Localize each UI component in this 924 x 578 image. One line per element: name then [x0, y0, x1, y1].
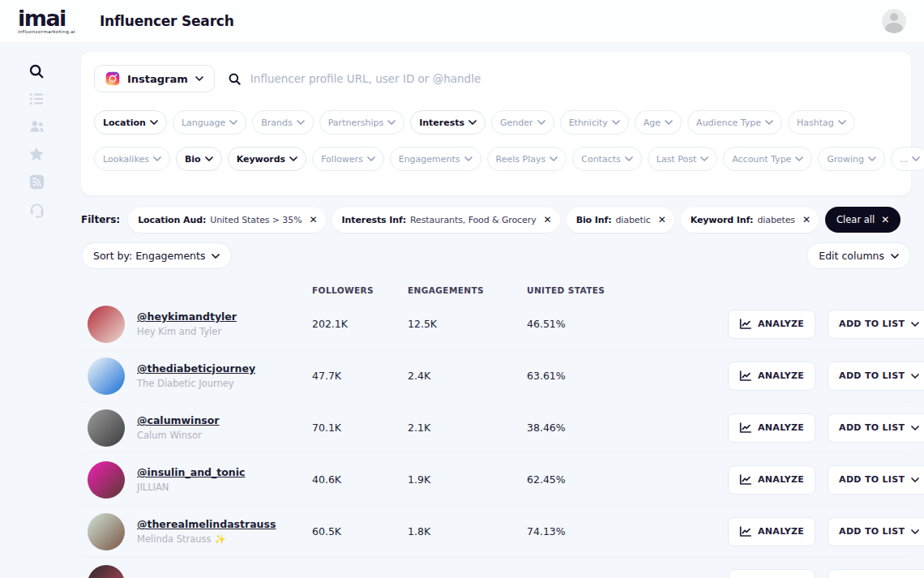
followers-value: 47.7K — [312, 370, 408, 382]
filter-pill-label: Partnerships — [328, 118, 383, 128]
filter-pill-label: Contacts — [581, 154, 621, 165]
instagram-icon — [105, 71, 120, 86]
list-icon — [28, 91, 45, 107]
filter-pill-location[interactable]: Location — [94, 110, 167, 135]
remove-filter-icon[interactable]: ✕ — [542, 214, 554, 225]
filter-pill-reels-plays[interactable]: Reels Plays — [487, 147, 567, 171]
avatar[interactable] — [88, 358, 125, 395]
add-to-list-button[interactable]: ADD TO LIST — [828, 362, 924, 391]
analyze-button[interactable]: ANALYZE — [728, 465, 815, 495]
filter-pill-label: Audience Type — [696, 118, 761, 128]
add-to-list-button[interactable]: ADD TO LIST — [828, 465, 924, 495]
remove-filter-icon[interactable]: ✕ — [308, 214, 319, 225]
filter-pill-label: Last Post — [657, 154, 696, 165]
filter-pill-growing[interactable]: Growing — [818, 147, 885, 171]
filter-pill-label: Brands — [261, 118, 293, 128]
filter-pill-label: Keywords — [237, 154, 286, 165]
filter-pill-hashtag[interactable]: Hashtag — [788, 110, 855, 135]
filter-pill-engagements[interactable]: Engagements — [390, 147, 481, 171]
filter-pill-contacts[interactable]: Contacts — [572, 147, 642, 171]
filter-pill-partnerships[interactable]: Partnerships — [319, 110, 404, 135]
chip-name: Interests Inf: — [342, 215, 406, 225]
analyze-button[interactable]: ANALYZE — [728, 362, 815, 391]
filter-pill-brands[interactable]: Brands — [252, 110, 314, 135]
united-states-value: 63.61% — [527, 370, 728, 382]
avatar[interactable] — [88, 306, 125, 343]
remove-filter-icon[interactable]: ✕ — [801, 214, 812, 225]
filter-pill-label: Hashtag — [797, 118, 834, 128]
influencer-name: The Diabetic Journey — [137, 378, 255, 389]
add-to-list-button[interactable]: ADD TO LIST — [828, 517, 924, 546]
profile-text: @heykimandtyler Hey Kim and Tyler — [137, 310, 237, 337]
filter-pill-audience-type[interactable]: Audience Type — [687, 110, 782, 135]
results-toolbar: Sort by: Engagements Edit columns — [81, 242, 911, 269]
analyze-button[interactable]: ANALYZE — [728, 569, 815, 578]
chip-value: diabetes — [757, 215, 795, 225]
sidebar-item-search[interactable] — [23, 63, 50, 79]
sidebar-item-support[interactable] — [23, 201, 50, 217]
influencer-handle[interactable]: @heykimandtyler — [137, 310, 237, 323]
sidebar-item-favorites[interactable] — [23, 146, 50, 162]
sort-by-select[interactable]: Sort by: Engagements — [81, 242, 232, 269]
analyze-button[interactable]: ANALYZE — [728, 310, 815, 339]
actions-cell: ANALYZE ADD TO LIST — [728, 362, 924, 391]
followers-value: 40.6K — [312, 473, 408, 486]
filter-pill-keywords[interactable]: Keywords — [228, 147, 307, 171]
influencer-handle[interactable]: @therealmelindastrauss — [137, 518, 276, 530]
add-to-list-button[interactable]: ADD TO LIST — [828, 413, 924, 443]
engagements-value: 1.8K — [408, 525, 527, 537]
filter-pill-more[interactable]: ... — [891, 147, 924, 171]
analyze-button[interactable]: ANALYZE — [728, 413, 815, 443]
filter-pill-label: Bio — [185, 154, 201, 165]
platform-select[interactable]: Instagram — [94, 65, 215, 92]
influencer-name: Melinda Strauss ✨ — [137, 533, 276, 545]
filter-pill-age[interactable]: Age — [635, 110, 682, 135]
filter-pill-lookalikes[interactable]: Lookalikes — [94, 147, 170, 171]
influencer-handle[interactable]: @thediabeticjourney — [137, 362, 255, 375]
analyze-label: ANALYZE — [758, 422, 804, 433]
influencer-row: ANALYZE ADD TO LIST — [81, 558, 911, 578]
sidebar-item-lists[interactable] — [23, 91, 50, 107]
filter-pill-last-post[interactable]: Last Post — [648, 147, 717, 171]
filter-pill-label: Interests — [419, 118, 464, 128]
influencer-handle[interactable]: @insulin_and_tonic — [137, 466, 245, 478]
add-to-list-label: ADD TO LIST — [839, 474, 905, 485]
sidebar-item-community[interactable] — [23, 118, 50, 135]
search-input[interactable] — [250, 72, 898, 85]
filter-pill-bio[interactable]: Bio — [176, 147, 222, 171]
analyze-button[interactable]: ANALYZE — [728, 517, 815, 546]
influencer-handle[interactable]: @calumwinsor — [137, 414, 219, 426]
followers-value: 60.5K — [312, 525, 408, 537]
analyze-label: ANALYZE — [758, 370, 804, 381]
headset-icon — [28, 201, 45, 218]
add-to-list-button[interactable]: ADD TO LIST — [828, 310, 924, 339]
filter-pill-followers[interactable]: Followers — [312, 147, 384, 171]
filter-pill-language[interactable]: Language — [173, 110, 246, 135]
clear-all-button[interactable]: Clear all ✕ — [825, 207, 900, 233]
user-avatar[interactable] — [882, 9, 906, 33]
chart-line-icon — [739, 319, 751, 330]
chevron-down-icon — [229, 120, 237, 125]
edit-columns-select[interactable]: Edit columns — [806, 242, 911, 269]
chevron-down-icon — [195, 76, 203, 81]
avatar[interactable] — [88, 565, 125, 578]
filter-pill-ethnicity[interactable]: Ethnicity — [560, 110, 629, 135]
avatar[interactable] — [88, 461, 125, 499]
chart-line-icon — [739, 474, 751, 486]
actions-cell: ANALYZE ADD TO LIST — [728, 413, 924, 443]
sidebar-item-feed[interactable] — [23, 173, 50, 190]
imai-logo[interactable]: imai influencermarketing.ai — [18, 7, 75, 35]
filter-row-2: LookalikesBioKeywordsFollowersEngagement… — [94, 147, 898, 171]
avatar[interactable] — [88, 409, 125, 447]
filter-pill-gender[interactable]: Gender — [491, 110, 554, 135]
remove-filter-icon[interactable]: ✕ — [657, 214, 668, 225]
add-to-list-label: ADD TO LIST — [839, 422, 905, 433]
chevron-down-icon — [795, 156, 803, 161]
engagements-value: 12.5K — [408, 318, 527, 330]
influencer-row: @therealmelindastrauss Melinda Strauss ✨… — [81, 506, 911, 558]
chevron-down-icon — [911, 374, 919, 379]
add-to-list-button[interactable]: ADD TO LIST — [828, 569, 924, 578]
avatar[interactable] — [88, 513, 125, 550]
filter-pill-interests[interactable]: Interests — [410, 110, 486, 135]
filter-pill-account-type[interactable]: Account Type — [723, 147, 812, 171]
